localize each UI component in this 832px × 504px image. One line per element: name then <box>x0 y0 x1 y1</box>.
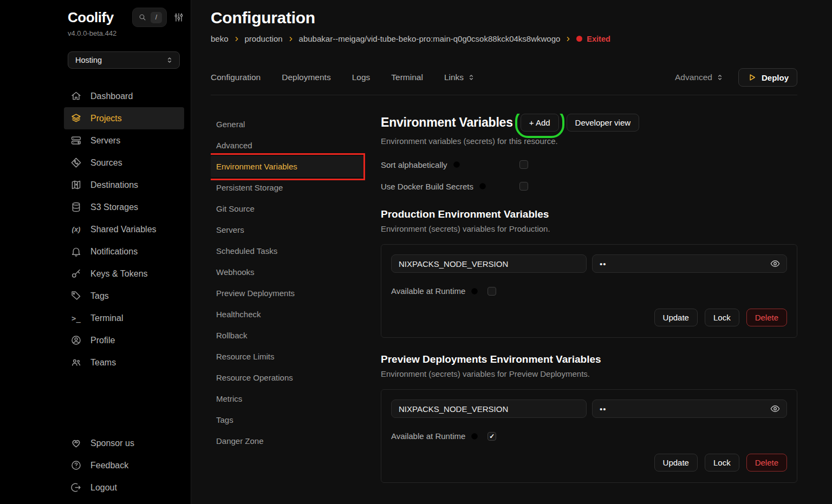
env-var-value-input[interactable] <box>592 254 787 273</box>
sidebar-item-profile[interactable]: Profile <box>64 329 184 351</box>
sidebar-item-label: Servers <box>90 136 120 146</box>
info-icon[interactable] <box>452 160 461 169</box>
tab-terminal[interactable]: Terminal <box>391 73 423 82</box>
checkbox-docker-build-secrets[interactable]: ✓ <box>519 182 528 191</box>
advanced-dropdown[interactable]: Advanced <box>675 73 724 82</box>
subnav-item-label: Servers <box>216 225 244 234</box>
env-var-name-input[interactable] <box>391 254 587 273</box>
checkbox-sort-alphabetically[interactable]: ✓ <box>519 160 528 169</box>
env-var-value-input[interactable] <box>592 400 787 418</box>
app-logo: Coolify <box>68 9 114 26</box>
checkbox-available-at-runtime[interactable]: ✓ <box>487 287 496 296</box>
database-icon <box>70 201 82 213</box>
sidebar-item-label: Projects <box>90 114 122 123</box>
subnav-item-webhooks[interactable]: Webhooks <box>211 261 365 283</box>
lock-button[interactable]: Lock <box>705 309 739 326</box>
update-button[interactable]: Update <box>654 309 698 326</box>
sidebar-item-sponsor-us[interactable]: Sponsor us <box>64 432 184 454</box>
subnav-item-persistent-storage[interactable]: Persistent Storage <box>211 177 365 198</box>
sidebar-item-label: S3 Storages <box>90 202 138 212</box>
sidebar-item-projects[interactable]: Projects <box>64 107 184 129</box>
subnav-item-environment-variables[interactable]: Environment Variables <box>211 156 365 177</box>
filters-sliders-icon[interactable] <box>173 12 184 23</box>
delete-button[interactable]: Delete <box>746 309 787 326</box>
reveal-value-eye-icon[interactable] <box>770 403 781 414</box>
toggle-sort-alphabetically: Sort alphabetically ✓ <box>381 154 797 175</box>
bell-icon <box>70 246 82 257</box>
subnav-item-git-source[interactable]: Git Source <box>211 198 365 219</box>
reveal-value-eye-icon[interactable] <box>770 258 781 269</box>
sidebar-item-label: Logout <box>90 483 117 493</box>
developer-view-button[interactable]: Developer view <box>567 114 640 132</box>
question-circle-icon <box>70 460 82 471</box>
sidebar-item-terminal[interactable]: >_ Terminal <box>64 307 184 329</box>
subnav-item-advanced[interactable]: Advanced <box>211 135 365 156</box>
sidebar-item-notifications[interactable]: Notifications <box>64 240 184 263</box>
sidebar-item-destinations[interactable]: Destinations <box>64 174 184 196</box>
sidebar-item-s3-storages[interactable]: S3 Storages <box>64 196 184 218</box>
subnav-item-label: Rollback <box>216 331 248 340</box>
sidebar-item-logout[interactable]: Logout <box>64 476 184 499</box>
add-variable-button[interactable]: + Add <box>521 114 559 132</box>
subnav-item-resource-operations[interactable]: Resource Operations <box>211 367 365 388</box>
chevron-up-down-icon <box>467 73 476 82</box>
sidebar-item-teams[interactable]: Teams <box>64 351 184 374</box>
subnav-item-label: Metrics <box>216 394 242 403</box>
breadcrumb-environment[interactable]: production <box>245 34 283 43</box>
info-icon[interactable] <box>470 287 479 296</box>
variable-icon: (x) <box>70 224 82 235</box>
subnav-item-scheduled-tasks[interactable]: Scheduled Tasks <box>211 240 365 261</box>
toggle-label: Sort alphabetically <box>381 160 447 169</box>
subnav-item-rollback[interactable]: Rollback <box>211 325 365 346</box>
status-label: Exited <box>587 35 610 43</box>
subnav-item-healthcheck[interactable]: Healthcheck <box>211 304 365 325</box>
info-icon[interactable] <box>470 432 479 441</box>
subnav-item-preview-deployments[interactable]: Preview Deployments <box>211 283 365 304</box>
heart-icon <box>70 437 82 449</box>
team-selector[interactable]: Hosting <box>68 51 180 69</box>
sidebar-item-label: Sources <box>90 158 122 168</box>
deploy-button[interactable]: Deploy <box>738 68 797 87</box>
subnav-item-danger-zone[interactable]: Danger Zone <box>211 430 365 451</box>
sidebar-item-shared-variables[interactable]: (x) Shared Variables <box>64 218 184 240</box>
subnav-item-tags[interactable]: Tags <box>211 409 365 430</box>
sidebar-item-label: Profile <box>90 336 115 345</box>
update-button[interactable]: Update <box>654 454 698 472</box>
delete-button[interactable]: Delete <box>746 454 787 472</box>
search-button[interactable]: / <box>132 8 167 27</box>
subnav-item-resource-limits[interactable]: Resource Limits <box>211 346 365 367</box>
sidebar-item-dashboard[interactable]: Dashboard <box>64 85 184 107</box>
subnav-item-metrics[interactable]: Metrics <box>211 388 365 409</box>
search-shortcut-key: / <box>151 12 162 23</box>
app-root: Coolify / v4.0.0-beta.442 Hosting Dashbo… <box>0 0 832 504</box>
checkbox-available-at-runtime[interactable]: ✓ <box>487 432 496 441</box>
tab-logs[interactable]: Logs <box>352 73 370 82</box>
sidebar-item-keys-tokens[interactable]: Keys & Tokens <box>64 263 184 285</box>
breadcrumb-resource[interactable]: abubakar--meigag/vid-tube-beko-pro:main-… <box>299 34 561 43</box>
subnav-item-general[interactable]: General <box>211 114 365 135</box>
subnav-item-servers[interactable]: Servers <box>211 219 365 240</box>
sidebar-item-sources[interactable]: Sources <box>64 152 184 174</box>
sidebar-item-label: Dashboard <box>90 91 133 101</box>
breadcrumb-project[interactable]: beko <box>211 34 229 43</box>
search-icon <box>138 13 147 22</box>
home-icon <box>70 90 82 102</box>
info-icon[interactable] <box>478 182 487 191</box>
lock-button[interactable]: Lock <box>705 454 739 472</box>
tab-deployments[interactable]: Deployments <box>282 73 330 82</box>
page-title: Configuration <box>211 9 797 27</box>
subnav-item-label: Healthcheck <box>216 310 261 319</box>
tag-icon <box>70 290 82 302</box>
env-var-card-preview: Available at Runtime ✓ Update Lock Delet… <box>381 389 797 483</box>
sidebar-item-tags[interactable]: Tags <box>64 285 184 307</box>
tab-configuration[interactable]: Configuration <box>211 73 261 82</box>
chevron-up-down-icon <box>165 56 174 64</box>
sidebar-nav: Dashboard Projects Servers Sources Desti… <box>64 85 184 374</box>
breadcrumb: beko production abubakar--meigag/vid-tub… <box>211 34 797 43</box>
sidebar-item-feedback[interactable]: Feedback <box>64 454 184 476</box>
production-section-title: Production Environment Variables <box>381 208 797 220</box>
tab-links[interactable]: Links <box>444 73 476 82</box>
env-var-name-input[interactable] <box>391 400 587 418</box>
subnav-item-label: Resource Operations <box>216 373 293 382</box>
sidebar-item-servers[interactable]: Servers <box>64 129 184 152</box>
